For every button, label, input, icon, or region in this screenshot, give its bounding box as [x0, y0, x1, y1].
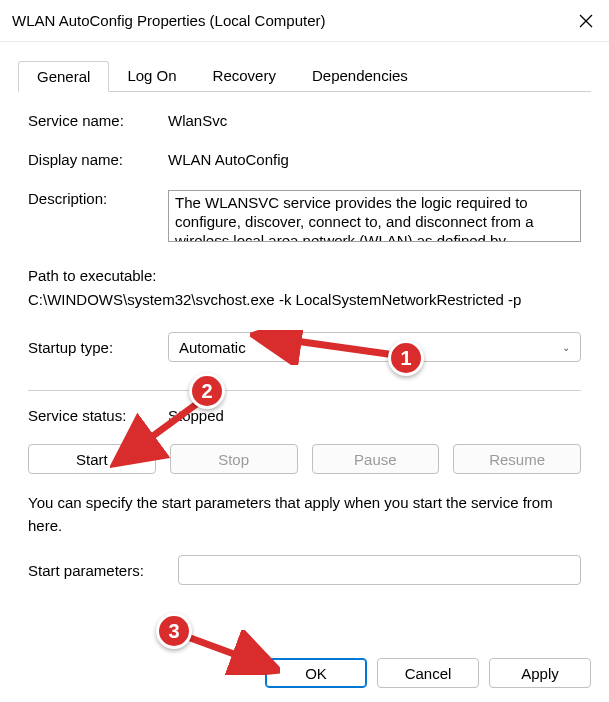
window-title: WLAN AutoConfig Properties (Local Comput…: [12, 12, 563, 29]
display-name-label: Display name:: [28, 151, 168, 168]
service-status-label: Service status:: [28, 407, 168, 424]
startup-type-select[interactable]: Automatic ⌄: [168, 332, 581, 362]
dialog-button-row: OK Cancel Apply: [265, 658, 591, 688]
close-icon: [579, 14, 593, 28]
chevron-down-icon: ⌄: [562, 342, 570, 353]
tab-general[interactable]: General: [18, 61, 109, 92]
start-button[interactable]: Start: [28, 444, 156, 474]
tab-log-on[interactable]: Log On: [109, 61, 194, 92]
start-parameters-input[interactable]: [178, 555, 581, 585]
startup-type-value: Automatic: [179, 339, 246, 356]
tab-strip: General Log On Recovery Dependencies: [18, 60, 591, 92]
service-name-label: Service name:: [28, 112, 168, 129]
stop-button: Stop: [170, 444, 298, 474]
client-area: General Log On Recovery Dependencies Ser…: [0, 42, 609, 599]
description-label: Description:: [28, 190, 168, 207]
pause-button: Pause: [312, 444, 440, 474]
apply-button[interactable]: Apply: [489, 658, 591, 688]
tab-content: Service name: WlanSvc Display name: WLAN…: [18, 112, 591, 585]
service-status-value: Stopped: [168, 407, 224, 424]
start-parameters-label: Start parameters:: [28, 562, 178, 579]
titlebar: WLAN AutoConfig Properties (Local Comput…: [0, 0, 609, 42]
tab-dependencies[interactable]: Dependencies: [294, 61, 426, 92]
divider: [28, 390, 581, 391]
tab-recovery[interactable]: Recovery: [195, 61, 294, 92]
resume-button: Resume: [453, 444, 581, 474]
service-name-value: WlanSvc: [168, 112, 227, 129]
path-label: Path to executable:: [28, 264, 581, 288]
cancel-button[interactable]: Cancel: [377, 658, 479, 688]
close-button[interactable]: [563, 0, 609, 42]
start-params-hint: You can specify the start parameters tha…: [28, 492, 581, 537]
display-name-value: WLAN AutoConfig: [168, 151, 289, 168]
description-text[interactable]: The WLANSVC service provides the logic r…: [168, 190, 581, 242]
ok-button[interactable]: OK: [265, 658, 367, 688]
startup-type-label: Startup type:: [28, 339, 168, 356]
svg-line-7: [185, 636, 272, 668]
annotation-marker-3: 3: [156, 613, 192, 649]
path-value: C:\WINDOWS\system32\svchost.exe -k Local…: [28, 288, 581, 312]
